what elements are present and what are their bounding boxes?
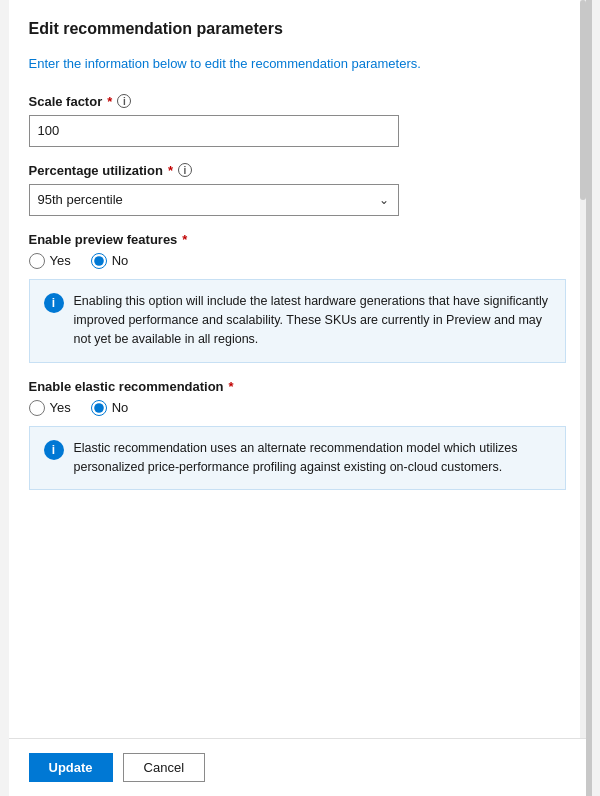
enable-elastic-recommendation-label: Enable elastic recommendation *	[29, 379, 566, 394]
scrollbar-thumb[interactable]	[580, 0, 586, 200]
enable-elastic-recommendation-yes-label[interactable]: Yes	[29, 400, 71, 416]
percentage-utilization-required: *	[168, 163, 173, 178]
info-box-icon-preview: i	[44, 293, 64, 313]
update-button[interactable]: Update	[29, 753, 113, 782]
enable-elastic-recommendation-required: *	[229, 379, 234, 394]
enable-elastic-recommendation-info-text: Elastic recommendation uses an alternate…	[74, 439, 551, 478]
scale-factor-required: *	[107, 94, 112, 109]
panel-description: Enter the information below to edit the …	[29, 54, 566, 74]
enable-preview-features-info-text: Enabling this option will include the la…	[74, 292, 551, 350]
percentage-utilization-label: Percentage utilization * i	[29, 163, 566, 178]
enable-elastic-recommendation-section: Enable elastic recommendation * Yes No i…	[29, 379, 566, 491]
enable-preview-features-info-box: i Enabling this option will include the …	[29, 279, 566, 363]
scale-factor-field: Scale factor * i	[29, 94, 566, 147]
scale-factor-label: Scale factor * i	[29, 94, 566, 109]
scale-factor-input[interactable]	[29, 115, 399, 147]
scale-factor-info-icon[interactable]: i	[117, 94, 131, 108]
footer: Update Cancel	[9, 738, 586, 796]
enable-elastic-recommendation-no-label[interactable]: No	[91, 400, 129, 416]
enable-preview-features-label: Enable preview features *	[29, 232, 566, 247]
edit-panel: Edit recommendation parameters Enter the…	[9, 0, 592, 796]
info-box-icon-elastic: i	[44, 440, 64, 460]
enable-preview-features-yes-label[interactable]: Yes	[29, 253, 71, 269]
panel-title: Edit recommendation parameters	[29, 20, 566, 38]
enable-preview-features-no-radio[interactable]	[91, 253, 107, 269]
percentage-utilization-field: Percentage utilization * i 50th percenti…	[29, 163, 566, 216]
enable-preview-features-required: *	[182, 232, 187, 247]
percentage-utilization-select-wrapper: 50th percentile 75th percentile 90th per…	[29, 184, 399, 216]
percentage-utilization-select[interactable]: 50th percentile 75th percentile 90th per…	[29, 184, 399, 216]
enable-elastic-recommendation-yes-radio[interactable]	[29, 400, 45, 416]
enable-elastic-recommendation-no-radio[interactable]	[91, 400, 107, 416]
enable-elastic-recommendation-radio-group: Yes No	[29, 400, 566, 416]
scrollbar[interactable]	[580, 0, 586, 796]
cancel-button[interactable]: Cancel	[123, 753, 205, 782]
enable-preview-features-section: Enable preview features * Yes No i Enabl…	[29, 232, 566, 363]
enable-preview-features-yes-radio[interactable]	[29, 253, 45, 269]
enable-elastic-recommendation-info-box: i Elastic recommendation uses an alterna…	[29, 426, 566, 491]
percentage-utilization-info-icon[interactable]: i	[178, 163, 192, 177]
enable-preview-features-radio-group: Yes No	[29, 253, 566, 269]
enable-preview-features-no-label[interactable]: No	[91, 253, 129, 269]
